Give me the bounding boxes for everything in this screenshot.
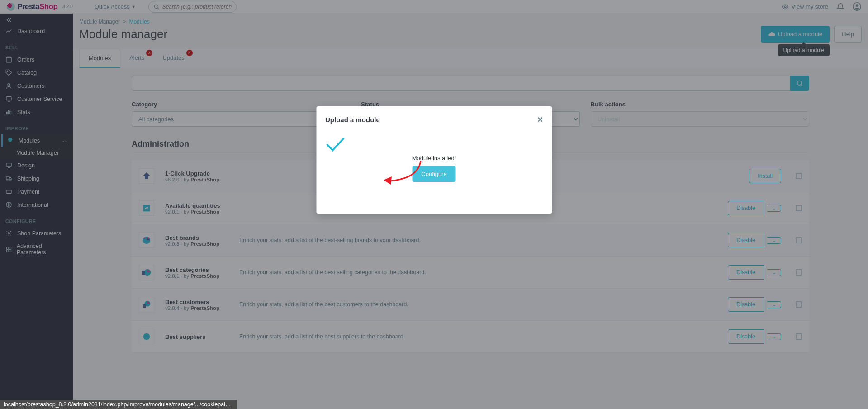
modal-body: Module installed! Configure	[316, 133, 552, 214]
browser-status-bar: localhost/prestashop_8.2.0/admin2081/ind…	[0, 400, 237, 409]
modal-head: Upload a module ×	[316, 106, 552, 133]
close-icon[interactable]: ×	[537, 114, 543, 125]
upload-modal: Upload a module × Module installed! Conf…	[316, 106, 552, 214]
check-icon	[325, 137, 543, 152]
modal-title: Upload a module	[325, 116, 380, 124]
modal-message: Module installed!	[325, 155, 543, 162]
configure-button[interactable]: Configure	[412, 166, 455, 182]
